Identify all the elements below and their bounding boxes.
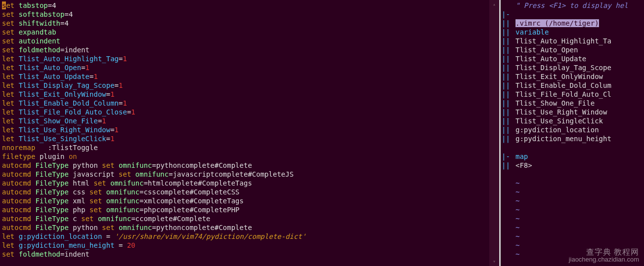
blank-line: [515, 143, 644, 152]
empty-line-tilde: ~: [515, 188, 644, 196]
fold-marker[interactable]: [501, 188, 515, 196]
code-line[interactable]: autocmd FileType xml set omnifunc=xmlcom…: [0, 196, 489, 205]
code-line[interactable]: autocmd FileType c set omnifunc=ccomplet…: [0, 214, 489, 223]
fold-marker[interactable]: ||: [501, 99, 515, 108]
code-line[interactable]: let Tlist_Auto_Open=1: [0, 63, 489, 72]
fold-marker[interactable]: ||: [501, 37, 515, 45]
fold-marker[interactable]: |-: [501, 10, 515, 19]
fold-marker[interactable]: ||: [501, 19, 515, 28]
empty-line-tilde: ~: [515, 205, 644, 214]
code-line[interactable]: autocmd FileType python set omnifunc=pyt…: [0, 161, 489, 170]
taglist-fold-column[interactable]: |-|||||||||||||||||||||||||||||-||: [501, 0, 515, 266]
taglist-item[interactable]: g:pydiction_menu_height: [515, 134, 644, 143]
code-line[interactable]: autocmd FileType css set omnifunc=csscom…: [0, 188, 489, 196]
fold-marker[interactable]: [501, 214, 515, 223]
taglist-section-map[interactable]: map: [515, 152, 644, 161]
taglist-section-variable[interactable]: variable: [515, 28, 644, 37]
taglist-item[interactable]: Tlist_Auto_Highlight_Ta: [515, 37, 644, 45]
editor-pane[interactable]: set tabstop=4set softtabstop=4set shiftw…: [0, 0, 489, 266]
code-line[interactable]: autocmd FileType php set omnifunc=phpcom…: [0, 205, 489, 214]
code-line[interactable]: let Tlist_File_Fold_Auto_Close=1: [0, 108, 489, 116]
fold-marker[interactable]: [501, 259, 515, 266]
fold-marker[interactable]: [501, 196, 515, 205]
fold-marker[interactable]: ||: [501, 108, 515, 116]
taglist-item[interactable]: Tlist_Show_One_File: [515, 99, 644, 108]
taglist-item[interactable]: Tlist_Auto_Update: [515, 54, 644, 63]
fold-marker[interactable]: [501, 250, 515, 259]
code-line[interactable]: let Tlist_Use_SingleClick=1: [0, 134, 489, 143]
blank-line: [515, 170, 644, 179]
fold-marker[interactable]: [501, 232, 515, 241]
fold-marker[interactable]: [501, 205, 515, 214]
taglist-file-header[interactable]: .vimrc (/home/tiger): [515, 19, 644, 28]
fold-marker[interactable]: ||: [501, 28, 515, 37]
fold-marker[interactable]: [501, 179, 515, 188]
fold-marker[interactable]: ||: [501, 134, 515, 143]
code-line[interactable]: nnoremap :TlistToggle: [0, 143, 489, 152]
editor-scrollbar[interactable]: ▴ ▾: [489, 0, 499, 266]
empty-line-tilde: ~: [515, 250, 644, 259]
code-line[interactable]: set shiftwidth=4: [0, 19, 489, 28]
empty-line-tilde: ~: [515, 223, 644, 232]
fold-marker[interactable]: ||: [501, 90, 515, 99]
taglist-pane[interactable]: " Press <F1> to display hel.vimrc (/home…: [515, 0, 644, 266]
taglist-item[interactable]: Tlist_Use_Right_Window: [515, 108, 644, 116]
taglist-item[interactable]: Tlist_Auto_Open: [515, 45, 644, 54]
blank-line: [515, 10, 644, 19]
fold-marker[interactable]: ||: [501, 125, 515, 134]
fold-marker[interactable]: ||: [501, 116, 515, 125]
taglist-item[interactable]: Tlist_Enable_Dold_Colum: [515, 81, 644, 90]
empty-line-tilde: ~: [515, 241, 644, 250]
code-line[interactable]: let Tlist_Auto_Highlight_Tag=1: [0, 54, 489, 63]
fold-marker[interactable]: ||: [501, 45, 515, 54]
code-line[interactable]: autocmd FileType python set omnifunc=pyt…: [0, 223, 489, 232]
fold-marker[interactable]: [501, 170, 515, 179]
empty-line-tilde: ~: [515, 232, 644, 241]
code-line[interactable]: filetype plugin on: [0, 152, 489, 161]
fold-marker[interactable]: [501, 223, 515, 232]
taglist-item[interactable]: <F8>: [515, 161, 644, 170]
taglist-item[interactable]: Tlist_Use_SingleClick: [515, 116, 644, 125]
empty-line-tilde: ~: [515, 179, 644, 188]
fold-marker[interactable]: [501, 241, 515, 250]
code-line[interactable]: let Tlist_Use_Right_Window=1: [0, 125, 489, 134]
taglist-item[interactable]: Tlist_File_Fold_Auto_Cl: [515, 90, 644, 99]
taglist-item[interactable]: Tlist_Display_Tag_Scope: [515, 63, 644, 72]
code-line[interactable]: set expandtab: [0, 28, 489, 37]
fold-marker[interactable]: ||: [501, 63, 515, 72]
fold-marker[interactable]: [501, 143, 515, 152]
fold-marker[interactable]: ||: [501, 161, 515, 170]
fold-marker[interactable]: ||: [501, 81, 515, 90]
fold-marker[interactable]: [501, 1, 515, 10]
code-line[interactable]: let Tlist_Display_Tag_Scope=1: [0, 81, 489, 90]
code-line[interactable]: set autoindent: [0, 37, 489, 45]
fold-marker[interactable]: ||: [501, 72, 515, 81]
empty-line-tilde: ~: [515, 214, 644, 223]
code-line[interactable]: let Tlist_Auto_Update=1: [0, 72, 489, 81]
empty-line-tilde: ~: [515, 196, 644, 205]
code-line[interactable]: set softtabstop=4: [0, 10, 489, 19]
code-line[interactable]: autocmd FileType html set omnifunc=htmlc…: [0, 179, 489, 188]
code-line[interactable]: let g:pydiction_menu_height = 20: [0, 241, 489, 250]
code-line[interactable]: set tabstop=4: [0, 1, 489, 10]
code-line[interactable]: let Tlist_Enable_Dold_Column=1: [0, 99, 489, 108]
code-line[interactable]: autocmd FileType javascript set omnifunc…: [0, 170, 489, 179]
code-line[interactable]: let Tlist_Show_One_File=1: [0, 116, 489, 125]
fold-marker[interactable]: |-: [501, 152, 515, 161]
taglist-help-comment: " Press <F1> to display hel: [515, 1, 644, 10]
code-line[interactable]: set foldmethod=indent: [0, 250, 489, 259]
code-line[interactable]: let Tlist_Exit_OnlyWindow=1: [0, 90, 489, 99]
taglist-item[interactable]: g:pydiction_location: [515, 125, 644, 134]
fold-marker[interactable]: ||: [501, 54, 515, 63]
code-line[interactable]: set foldmethod=indent: [0, 45, 489, 54]
taglist-item[interactable]: Tlist_Exit_OnlyWindow: [515, 72, 644, 81]
code-line[interactable]: let g:pydiction_location = '/usr/share/v…: [0, 232, 489, 241]
